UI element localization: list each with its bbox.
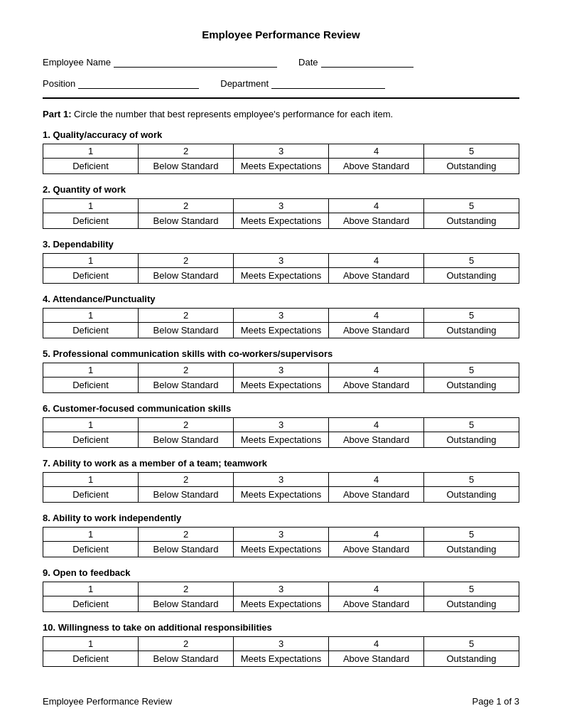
section-9-num-1: 1 [43, 582, 139, 596]
section-3-label-3: Meets Expectations [234, 268, 329, 284]
section-1-label-4: Above Standard [329, 159, 424, 174]
section-8-label-row: DeficientBelow StandardMeets Expectation… [43, 542, 519, 557]
section-10-num-5: 5 [424, 637, 519, 651]
employee-name-label: Employee Name [43, 57, 111, 68]
section-1-num-5: 5 [424, 144, 519, 159]
section-6-title: 6. Customer-focused communication skills [43, 403, 519, 414]
section-10-num-2: 2 [139, 637, 234, 651]
section-5-num-5: 5 [424, 363, 519, 378]
part1-instruction: Part 1: Circle the number that best repr… [43, 109, 519, 119]
section-4-label-5: Outstanding [424, 323, 519, 338]
footer-left: Employee Performance Review [43, 696, 172, 707]
section-9: 9. Open to feedback12345DeficientBelow S… [43, 567, 519, 612]
section-2-label-1: Deficient [43, 213, 139, 229]
section-10-num-1: 1 [43, 637, 139, 651]
section-1: 1. Quality/accuracy of work12345Deficien… [43, 129, 519, 174]
section-6-label-5: Outstanding [424, 432, 519, 448]
section-8-label-5: Outstanding [424, 542, 519, 557]
section-1-title: 1. Quality/accuracy of work [43, 129, 519, 140]
section-6-num-3: 3 [234, 418, 329, 432]
section-9-table: 12345DeficientBelow StandardMeets Expect… [43, 582, 519, 612]
section-8-table: 12345DeficientBelow StandardMeets Expect… [43, 527, 519, 557]
section-8: 8. Ability to work independently12345Def… [43, 513, 519, 557]
section-9-label-1: Deficient [43, 596, 139, 612]
section-9-label-4: Above Standard [329, 596, 424, 612]
section-2-num-2: 2 [139, 199, 234, 213]
section-3-label-1: Deficient [43, 268, 139, 284]
section-4-label-3: Meets Expectations [234, 323, 329, 338]
section-6: 6. Customer-focused communication skills… [43, 403, 519, 448]
section-10-num-3: 3 [234, 637, 329, 651]
section-3-num-5: 5 [424, 254, 519, 268]
position-field: Position [43, 76, 199, 89]
employee-name-line[interactable] [114, 55, 277, 68]
page-footer: Employee Performance Review Page 1 of 3 [43, 682, 519, 707]
section-9-num-2: 2 [139, 582, 234, 596]
section-1-label-2: Below Standard [139, 159, 234, 174]
section-9-label-3: Meets Expectations [234, 596, 329, 612]
department-field: Department [220, 76, 385, 89]
footer-right: Page 1 of 3 [472, 696, 520, 707]
section-7: 7. Ability to work as a member of a team… [43, 458, 519, 503]
section-9-label-5: Outstanding [424, 596, 519, 612]
section-5-table: 12345DeficientBelow StandardMeets Expect… [43, 363, 519, 393]
section-10-number-row: 12345 [43, 637, 519, 651]
section-1-num-3: 3 [234, 144, 329, 159]
section-4-label-2: Below Standard [139, 323, 234, 338]
date-label: Date [298, 57, 318, 68]
section-3-num-4: 4 [329, 254, 424, 268]
section-5: 5. Professional communication skills wit… [43, 348, 519, 393]
section-7-label-3: Meets Expectations [234, 487, 329, 503]
section-1-num-1: 1 [43, 144, 139, 159]
section-3-num-2: 2 [139, 254, 234, 268]
section-1-label-5: Outstanding [424, 159, 519, 174]
sections-container: 1. Quality/accuracy of work12345Deficien… [43, 129, 519, 667]
section-2-label-row: DeficientBelow StandardMeets Expectation… [43, 213, 519, 229]
section-6-label-3: Meets Expectations [234, 432, 329, 448]
section-7-num-2: 2 [139, 473, 234, 487]
section-10-num-4: 4 [329, 637, 424, 651]
section-6-label-4: Above Standard [329, 432, 424, 448]
date-field: Date [298, 55, 413, 68]
date-line[interactable] [321, 55, 414, 68]
section-8-title: 8. Ability to work independently [43, 513, 519, 523]
section-1-label-1: Deficient [43, 159, 139, 174]
section-7-number-row: 12345 [43, 473, 519, 487]
section-10-label-3: Meets Expectations [234, 651, 329, 667]
section-5-label-5: Outstanding [424, 378, 519, 393]
section-9-label-row: DeficientBelow StandardMeets Expectation… [43, 596, 519, 612]
part1-bold: Part 1: [43, 109, 71, 119]
section-7-num-3: 3 [234, 473, 329, 487]
section-10-label-4: Above Standard [329, 651, 424, 667]
page-title: Employee Performance Review [43, 28, 519, 41]
section-7-label-4: Above Standard [329, 487, 424, 503]
section-2-num-5: 5 [424, 199, 519, 213]
department-line[interactable] [271, 76, 385, 89]
section-2-number-row: 12345 [43, 199, 519, 213]
section-7-label-2: Below Standard [139, 487, 234, 503]
section-8-label-1: Deficient [43, 542, 139, 557]
section-10-label-1: Deficient [43, 651, 139, 667]
section-4-num-2: 2 [139, 309, 234, 323]
section-6-num-5: 5 [424, 418, 519, 432]
section-7-label-5: Outstanding [424, 487, 519, 503]
section-5-num-1: 1 [43, 363, 139, 378]
section-8-num-5: 5 [424, 528, 519, 542]
section-2-label-5: Outstanding [424, 213, 519, 229]
section-4-number-row: 12345 [43, 309, 519, 323]
section-2-num-1: 1 [43, 199, 139, 213]
section-4-num-5: 5 [424, 309, 519, 323]
section-1-label-row: DeficientBelow StandardMeets Expectation… [43, 159, 519, 174]
section-4-num-4: 4 [329, 309, 424, 323]
position-label: Position [43, 78, 75, 89]
section-10-title: 10. Willingness to take on additional re… [43, 622, 519, 633]
section-4-table: 12345DeficientBelow StandardMeets Expect… [43, 308, 519, 338]
section-6-num-2: 2 [139, 418, 234, 432]
section-8-label-2: Below Standard [139, 542, 234, 557]
section-4-label-row: DeficientBelow StandardMeets Expectation… [43, 323, 519, 338]
section-4-num-3: 3 [234, 309, 329, 323]
section-2-table: 12345DeficientBelow StandardMeets Expect… [43, 198, 519, 229]
section-8-num-3: 3 [234, 528, 329, 542]
section-2-label-2: Below Standard [139, 213, 234, 229]
position-line[interactable] [78, 76, 199, 89]
